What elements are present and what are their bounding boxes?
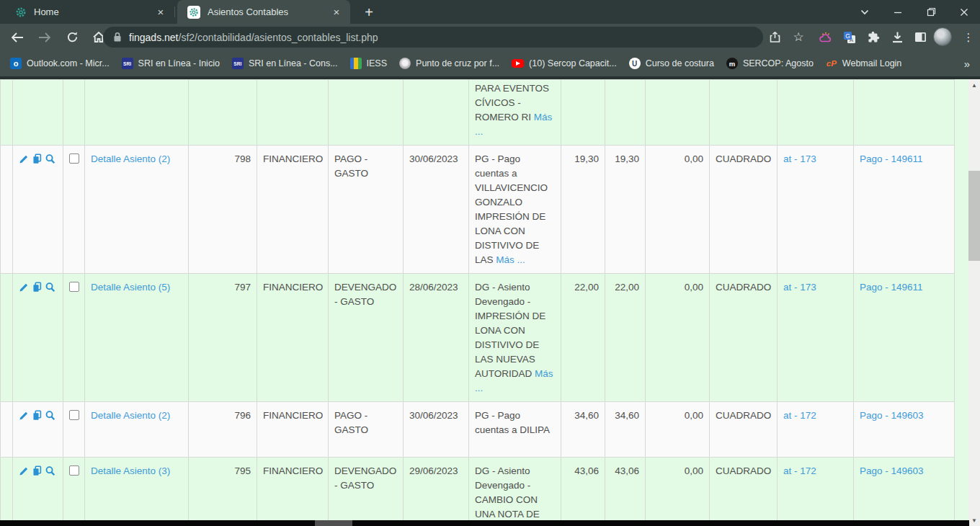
puzzle-extension-icon[interactable] bbox=[862, 24, 885, 50]
table-row: Detalle Asiento (2) 798 FINANCIERO PAGO … bbox=[1, 146, 955, 274]
tab-search-chevron-icon[interactable] bbox=[850, 0, 879, 24]
moodle-icon: m bbox=[726, 58, 738, 69]
search-magnifier-icon[interactable] bbox=[45, 410, 55, 421]
minimize-button[interactable] bbox=[883, 0, 912, 24]
url-path: /sf2/contabilidad/asientos_contables_lis… bbox=[179, 32, 378, 43]
cell-debe: 19,30 bbox=[561, 146, 605, 274]
bookmarks-overflow-icon[interactable]: » bbox=[964, 58, 970, 70]
tab-asientos-contables[interactable]: Asientos Contables × bbox=[177, 0, 350, 24]
tab-close-icon[interactable]: × bbox=[154, 6, 167, 19]
copy-icon[interactable] bbox=[32, 465, 43, 476]
bookmark-iess[interactable]: IESS bbox=[350, 58, 388, 69]
bookmark-sercop-agosto[interactable]: m SERCOP: Agosto bbox=[726, 58, 814, 69]
forward-arrow-icon[interactable] bbox=[33, 24, 56, 50]
share-icon[interactable] bbox=[763, 24, 786, 50]
table-row: Detalle Asiento (3) 795 FINANCIERO DEVEN… bbox=[1, 458, 955, 526]
bookmark-webmail[interactable]: cP Webmail Login bbox=[826, 58, 901, 69]
browser-toolbar: fingads.net/sf2/contabilidad/asientos_co… bbox=[0, 24, 980, 50]
bookmark-sri-consultas[interactable]: SRI SRI en Línea - Cons... bbox=[232, 58, 338, 69]
bookmark-curso-costura[interactable]: U Curso de costura bbox=[629, 58, 714, 69]
at-link[interactable]: at - 173 bbox=[783, 282, 816, 293]
cell-descripcion: DG - Asiento Devengado - IMPRESIÓN DE LO… bbox=[469, 274, 561, 402]
tab-home[interactable]: Home × bbox=[0, 0, 174, 24]
edit-pencil-icon[interactable] bbox=[19, 410, 30, 421]
cell-estado: CUADRADO bbox=[710, 146, 778, 274]
detalle-asiento-link[interactable]: Detalle Asiento (2) bbox=[91, 410, 170, 421]
search-magnifier-icon[interactable] bbox=[45, 153, 55, 164]
cell-descripcion: PG - Pago cuentas a VILLAVICENCIO GONZAL… bbox=[469, 146, 561, 274]
close-button[interactable] bbox=[950, 0, 979, 24]
table-row: PARA EVENTOS CÍVICOS - ROMERO RI Más ... bbox=[1, 80, 955, 146]
row-checkbox[interactable] bbox=[69, 410, 79, 420]
scroll-down-icon[interactable]: ▼ bbox=[968, 514, 980, 526]
star-bookmark-icon[interactable]: ☆ bbox=[787, 24, 810, 50]
copy-icon[interactable] bbox=[32, 153, 43, 164]
side-panel-icon[interactable] bbox=[909, 24, 932, 50]
cell-diferencia: 0,00 bbox=[646, 146, 710, 274]
download-icon[interactable] bbox=[886, 24, 909, 50]
cell-fecha: 30/06/2023 bbox=[404, 146, 469, 274]
copy-icon[interactable] bbox=[32, 282, 43, 293]
bottom-black-bar bbox=[0, 520, 969, 526]
search-magnifier-icon[interactable] bbox=[45, 465, 55, 476]
pago-link[interactable]: Pago - 149611 bbox=[860, 153, 923, 164]
cell-detalle: Detalle Asiento (5) bbox=[85, 274, 189, 402]
cell-debe: 22,00 bbox=[561, 274, 605, 402]
address-bar[interactable]: fingads.net/sf2/contabilidad/asientos_co… bbox=[103, 27, 763, 48]
tab-close-icon[interactable]: × bbox=[330, 6, 343, 19]
row-checkbox[interactable] bbox=[69, 153, 79, 164]
asientos-table: PARA EVENTOS CÍVICOS - ROMERO RI Más ...… bbox=[0, 79, 955, 526]
sri-icon: SRI bbox=[232, 58, 244, 69]
back-arrow-icon[interactable] bbox=[6, 24, 29, 50]
scrollbar-thumb[interactable] bbox=[968, 171, 980, 261]
reload-icon[interactable] bbox=[61, 24, 84, 50]
scroll-up-icon[interactable]: ▲ bbox=[968, 79, 980, 91]
edit-pencil-icon[interactable] bbox=[19, 282, 30, 293]
page-content: PARA EVENTOS CÍVICOS - ROMERO RI Más ...… bbox=[0, 79, 980, 526]
pago-link[interactable]: Pago - 149611 bbox=[860, 282, 923, 293]
cell-at: at - 173 bbox=[778, 274, 854, 402]
cell-detalle: Detalle Asiento (2) bbox=[85, 146, 189, 274]
at-link[interactable]: at - 172 bbox=[783, 410, 816, 421]
at-link[interactable]: at - 173 bbox=[783, 153, 816, 164]
edit-pencil-icon[interactable] bbox=[19, 465, 30, 476]
row-checkbox[interactable] bbox=[69, 282, 79, 292]
photo-icon bbox=[399, 58, 411, 69]
bookmark-punto-de-cruz[interactable]: Punto de cruz por f... bbox=[399, 58, 499, 69]
search-magnifier-icon[interactable] bbox=[45, 282, 55, 293]
pago-link[interactable]: Pago - 149603 bbox=[860, 465, 924, 476]
cell-debe: 34,60 bbox=[561, 402, 605, 458]
cell-checkbox bbox=[63, 402, 85, 458]
kebab-menu-icon[interactable]: ⋮ bbox=[957, 24, 980, 50]
bookmark-sri-inicio[interactable]: SRI SRI en Línea - Inicio bbox=[122, 58, 220, 69]
translate-extension-icon[interactable]: A G bbox=[838, 24, 861, 50]
youtube-icon bbox=[512, 59, 524, 68]
new-tab-button[interactable]: + bbox=[359, 2, 379, 22]
more-link[interactable]: Más ... bbox=[496, 254, 525, 265]
vertical-scrollbar[interactable]: ▲ ▼ bbox=[968, 79, 980, 526]
cell-diferencia: 0,00 bbox=[646, 274, 710, 402]
bookmark-sercop-youtube[interactable]: (10) Sercop Capacit... bbox=[512, 58, 617, 68]
weather-extension-icon[interactable] bbox=[815, 24, 838, 50]
cell-actions bbox=[13, 146, 63, 274]
row-checkbox[interactable] bbox=[69, 465, 79, 476]
bookmark-label: IESS bbox=[367, 58, 388, 68]
bookmark-outlook[interactable]: o Outlook.com - Micr... bbox=[10, 58, 110, 69]
detalle-asiento-link[interactable]: Detalle Asiento (3) bbox=[91, 465, 170, 476]
profile-avatar[interactable] bbox=[933, 27, 952, 46]
detalle-asiento-link[interactable]: Detalle Asiento (5) bbox=[91, 282, 170, 293]
detalle-asiento-link[interactable]: Detalle Asiento (2) bbox=[91, 153, 170, 164]
bookmark-label: Punto de cruz por f... bbox=[416, 58, 499, 68]
cell-fecha: 28/06/2023 bbox=[404, 274, 469, 402]
cell-actions bbox=[13, 402, 63, 458]
edit-pencil-icon[interactable] bbox=[19, 153, 30, 164]
copy-icon[interactable] bbox=[32, 410, 43, 421]
pago-link[interactable]: Pago - 149603 bbox=[860, 410, 924, 421]
at-link[interactable]: at - 172 bbox=[783, 465, 816, 476]
table-row: Detalle Asiento (2) 796 FINANCIERO PAGO … bbox=[1, 402, 955, 458]
cell-descripcion: DG - Asiento Devengado - CAMBIO CON UNA … bbox=[469, 458, 561, 526]
cell-estado: CUADRADO bbox=[710, 402, 778, 458]
iess-icon bbox=[350, 58, 362, 69]
restore-button[interactable] bbox=[917, 0, 945, 24]
cell-at: at - 172 bbox=[778, 458, 854, 526]
